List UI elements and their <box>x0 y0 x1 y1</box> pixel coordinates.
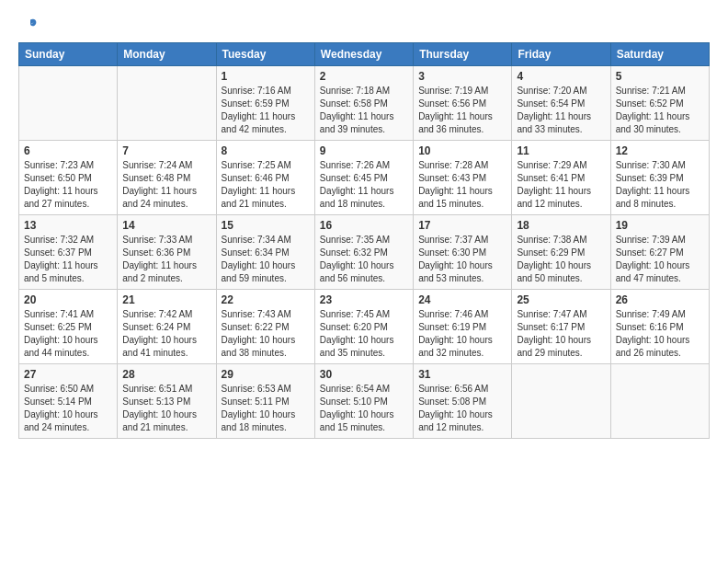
calendar-cell: 28Sunrise: 6:51 AM Sunset: 5:13 PM Dayli… <box>118 364 216 439</box>
calendar-cell: 6Sunrise: 7:23 AM Sunset: 6:50 PM Daylig… <box>19 141 118 215</box>
day-info: Sunrise: 7:49 AM Sunset: 6:16 PM Dayligh… <box>616 308 704 360</box>
day-info: Sunrise: 7:23 AM Sunset: 6:50 PM Dayligh… <box>24 159 112 211</box>
day-number: 26 <box>616 293 704 306</box>
day-info: Sunrise: 7:21 AM Sunset: 6:52 PM Dayligh… <box>616 85 704 136</box>
day-info: Sunrise: 6:56 AM Sunset: 5:08 PM Dayligh… <box>418 383 506 434</box>
calendar-cell: 26Sunrise: 7:49 AM Sunset: 6:16 PM Dayli… <box>610 290 709 364</box>
calendar-cell <box>19 66 118 141</box>
header-day-tuesday: Tuesday <box>216 43 314 66</box>
day-number: 3 <box>418 70 506 83</box>
calendar-cell: 11Sunrise: 7:29 AM Sunset: 6:41 PM Dayli… <box>512 141 610 215</box>
day-info: Sunrise: 7:30 AM Sunset: 6:39 PM Dayligh… <box>616 159 704 211</box>
day-info: Sunrise: 7:29 AM Sunset: 6:41 PM Dayligh… <box>517 159 605 211</box>
day-info: Sunrise: 7:28 AM Sunset: 6:43 PM Dayligh… <box>418 159 506 211</box>
logo-text <box>18 17 40 33</box>
calendar-cell: 13Sunrise: 7:32 AM Sunset: 6:37 PM Dayli… <box>19 215 118 290</box>
calendar-cell: 17Sunrise: 7:37 AM Sunset: 6:30 PM Dayli… <box>414 215 512 290</box>
week-row-5: 27Sunrise: 6:50 AM Sunset: 5:14 PM Dayli… <box>19 364 710 439</box>
calendar-cell: 5Sunrise: 7:21 AM Sunset: 6:52 PM Daylig… <box>610 66 709 141</box>
day-info: Sunrise: 7:42 AM Sunset: 6:24 PM Dayligh… <box>122 308 210 360</box>
calendar-cell: 31Sunrise: 6:56 AM Sunset: 5:08 PM Dayli… <box>414 364 512 439</box>
calendar-cell: 24Sunrise: 7:46 AM Sunset: 6:19 PM Dayli… <box>414 290 512 364</box>
day-info: Sunrise: 7:46 AM Sunset: 6:19 PM Dayligh… <box>418 308 506 360</box>
day-number: 2 <box>320 70 408 83</box>
calendar-cell: 25Sunrise: 7:47 AM Sunset: 6:17 PM Dayli… <box>512 290 610 364</box>
day-number: 28 <box>122 368 210 381</box>
day-number: 30 <box>320 368 408 381</box>
day-info: Sunrise: 6:50 AM Sunset: 5:14 PM Dayligh… <box>24 383 112 434</box>
calendar-cell: 8Sunrise: 7:25 AM Sunset: 6:46 PM Daylig… <box>216 141 314 215</box>
calendar-cell: 4Sunrise: 7:20 AM Sunset: 6:54 PM Daylig… <box>512 66 610 141</box>
logo <box>18 17 40 33</box>
calendar-cell: 10Sunrise: 7:28 AM Sunset: 6:43 PM Dayli… <box>414 141 512 215</box>
calendar-cell: 7Sunrise: 7:24 AM Sunset: 6:48 PM Daylig… <box>118 141 216 215</box>
calendar-body: 1Sunrise: 7:16 AM Sunset: 6:59 PM Daylig… <box>19 66 710 439</box>
calendar-cell: 22Sunrise: 7:43 AM Sunset: 6:22 PM Dayli… <box>216 290 314 364</box>
calendar-cell: 27Sunrise: 6:50 AM Sunset: 5:14 PM Dayli… <box>19 364 118 439</box>
header-day-saturday: Saturday <box>610 43 709 66</box>
day-number: 24 <box>418 293 506 306</box>
day-info: Sunrise: 7:25 AM Sunset: 6:46 PM Dayligh… <box>222 159 310 211</box>
header-day-sunday: Sunday <box>19 43 118 66</box>
day-info: Sunrise: 7:37 AM Sunset: 6:30 PM Dayligh… <box>418 234 506 285</box>
day-number: 8 <box>222 144 310 157</box>
day-number: 20 <box>24 293 112 306</box>
calendar-cell <box>512 364 610 439</box>
header-day-monday: Monday <box>118 43 216 66</box>
header-row: SundayMondayTuesdayWednesdayThursdayFrid… <box>19 43 710 66</box>
calendar-cell: 19Sunrise: 7:39 AM Sunset: 6:27 PM Dayli… <box>610 215 709 290</box>
calendar-cell: 14Sunrise: 7:33 AM Sunset: 6:36 PM Dayli… <box>118 215 216 290</box>
day-info: Sunrise: 6:51 AM Sunset: 5:13 PM Dayligh… <box>122 383 210 434</box>
calendar-header: SundayMondayTuesdayWednesdayThursdayFrid… <box>19 43 710 66</box>
day-info: Sunrise: 7:16 AM Sunset: 6:59 PM Dayligh… <box>222 85 310 136</box>
day-info: Sunrise: 7:45 AM Sunset: 6:20 PM Dayligh… <box>320 308 408 360</box>
day-number: 12 <box>616 144 704 157</box>
day-number: 11 <box>517 144 605 157</box>
day-info: Sunrise: 7:32 AM Sunset: 6:37 PM Dayligh… <box>24 234 112 285</box>
calendar-cell: 18Sunrise: 7:38 AM Sunset: 6:29 PM Dayli… <box>512 215 610 290</box>
day-number: 14 <box>122 219 210 232</box>
week-row-1: 1Sunrise: 7:16 AM Sunset: 6:59 PM Daylig… <box>19 66 710 141</box>
day-number: 15 <box>222 219 310 232</box>
day-number: 6 <box>24 144 112 157</box>
day-number: 21 <box>122 293 210 306</box>
day-info: Sunrise: 7:19 AM Sunset: 6:56 PM Dayligh… <box>418 85 506 136</box>
day-number: 13 <box>24 219 112 232</box>
calendar-cell: 30Sunrise: 6:54 AM Sunset: 5:10 PM Dayli… <box>314 364 413 439</box>
day-number: 22 <box>222 293 310 306</box>
day-info: Sunrise: 7:33 AM Sunset: 6:36 PM Dayligh… <box>122 234 210 285</box>
day-number: 31 <box>418 368 506 381</box>
day-info: Sunrise: 6:53 AM Sunset: 5:11 PM Dayligh… <box>222 383 310 434</box>
week-row-3: 13Sunrise: 7:32 AM Sunset: 6:37 PM Dayli… <box>19 215 710 290</box>
calendar-cell: 12Sunrise: 7:30 AM Sunset: 6:39 PM Dayli… <box>610 141 709 215</box>
day-number: 19 <box>616 219 704 232</box>
day-number: 23 <box>320 293 408 306</box>
day-info: Sunrise: 7:38 AM Sunset: 6:29 PM Dayligh… <box>517 234 605 285</box>
day-info: Sunrise: 7:18 AM Sunset: 6:58 PM Dayligh… <box>320 85 408 136</box>
calendar-cell: 23Sunrise: 7:45 AM Sunset: 6:20 PM Dayli… <box>314 290 413 364</box>
day-info: Sunrise: 7:24 AM Sunset: 6:48 PM Dayligh… <box>122 159 210 211</box>
calendar-cell: 15Sunrise: 7:34 AM Sunset: 6:34 PM Dayli… <box>216 215 314 290</box>
day-number: 5 <box>616 70 704 83</box>
day-number: 27 <box>24 368 112 381</box>
day-number: 25 <box>517 293 605 306</box>
calendar-cell <box>610 364 709 439</box>
header-day-thursday: Thursday <box>414 43 512 66</box>
header-day-wednesday: Wednesday <box>314 43 413 66</box>
header <box>18 17 710 33</box>
header-day-friday: Friday <box>512 43 610 66</box>
calendar-cell: 21Sunrise: 7:42 AM Sunset: 6:24 PM Dayli… <box>118 290 216 364</box>
calendar-cell: 2Sunrise: 7:18 AM Sunset: 6:58 PM Daylig… <box>314 66 413 141</box>
calendar-table: SundayMondayTuesdayWednesdayThursdayFrid… <box>18 42 710 439</box>
day-number: 9 <box>320 144 408 157</box>
calendar-cell: 16Sunrise: 7:35 AM Sunset: 6:32 PM Dayli… <box>314 215 413 290</box>
calendar-cell: 9Sunrise: 7:26 AM Sunset: 6:45 PM Daylig… <box>314 141 413 215</box>
day-info: Sunrise: 7:20 AM Sunset: 6:54 PM Dayligh… <box>517 85 605 136</box>
day-number: 1 <box>222 70 310 83</box>
logo-bird-icon <box>22 17 39 33</box>
day-info: Sunrise: 7:41 AM Sunset: 6:25 PM Dayligh… <box>24 308 112 360</box>
day-number: 29 <box>222 368 310 381</box>
day-number: 16 <box>320 219 408 232</box>
page: SundayMondayTuesdayWednesdayThursdayFrid… <box>0 0 728 448</box>
day-info: Sunrise: 7:35 AM Sunset: 6:32 PM Dayligh… <box>320 234 408 285</box>
